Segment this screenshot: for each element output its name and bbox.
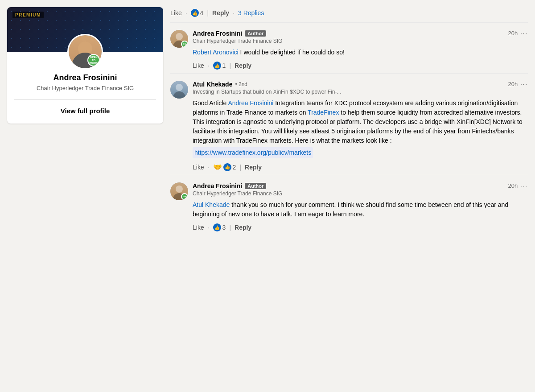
comment-1-time: 20h bbox=[508, 30, 518, 37]
like-count-container: 👍 4 bbox=[191, 9, 204, 17]
comment-1-more-button[interactable]: ··· bbox=[520, 30, 528, 37]
comment-2-thumb-icon: 👍 bbox=[223, 163, 231, 171]
comment-1: OW Andrea Frosinini Author 20h ··· Chair… bbox=[170, 22, 528, 73]
opentowork-badge: OPEN TO WORK bbox=[87, 54, 100, 66]
opentowork-small-badge-3: OW bbox=[181, 193, 188, 200]
comment-2-avatar-image bbox=[170, 81, 188, 99]
comment-3-reply-button[interactable]: Reply bbox=[235, 224, 251, 231]
comment-3-body: Andrea Frosinini Author 20h ··· Chair Hy… bbox=[193, 182, 528, 231]
top-action-bar: Like · 👍 4 | Reply · 3 Replies bbox=[170, 7, 528, 22]
comment-3: OW Andrea Frosinini Author 20h ··· Chair… bbox=[170, 175, 528, 235]
dot-separator-1: · bbox=[185, 9, 187, 17]
comment-1-reply-button[interactable]: Reply bbox=[235, 62, 251, 69]
comment-2: Atul Khekade • 2nd 20h ··· Investing in … bbox=[170, 73, 528, 175]
comment-2-avatar bbox=[170, 81, 188, 99]
comment-2-emoji-icon: 🤝 bbox=[213, 163, 222, 171]
comment-1-like-button[interactable]: Like bbox=[193, 62, 204, 69]
comment-1-author-name: Andrea Frosinini bbox=[193, 30, 242, 37]
comment-2-actions: Like · 🤝 👍 2 | Reply bbox=[193, 163, 528, 171]
comment-2-author-row: Atul Khekade • 2nd bbox=[193, 81, 247, 88]
comment-2-url-link[interactable]: https://www.tradefinex.org/publicv/marke… bbox=[193, 147, 313, 158]
opentowork-small-badge: OW bbox=[181, 41, 188, 48]
comment-1-author-row: Andrea Frosinini Author bbox=[193, 30, 266, 37]
reply-action[interactable]: Reply bbox=[212, 9, 229, 17]
comment-3-author-name: Andrea Frosinini bbox=[193, 182, 242, 190]
comments-section: Like · 👍 4 | Reply · 3 Replies OW Andrea… bbox=[170, 7, 528, 385]
comment-2-separator: | bbox=[239, 164, 241, 171]
comment-2-tradefinex-link[interactable]: TradeFinex bbox=[308, 109, 339, 116]
comment-3-mention-link[interactable]: Atul Khekade bbox=[193, 201, 230, 208]
avatar-head-3 bbox=[176, 186, 183, 193]
comment-3-dot-1: · bbox=[208, 224, 210, 231]
comment-3-avatar: OW bbox=[170, 182, 188, 200]
comment-1-subtitle: Chair Hyperledger Trade Finance SIG bbox=[193, 38, 528, 44]
comment-3-header: Andrea Frosinini Author 20h ··· bbox=[193, 182, 528, 190]
dot-separator-2: | bbox=[207, 9, 209, 17]
comment-3-meta: 20h ··· bbox=[508, 182, 528, 189]
like-action[interactable]: Like bbox=[170, 9, 182, 17]
comment-1-actions: Like · 👍 1 | Reply bbox=[193, 62, 528, 70]
comment-1-meta: 20h ··· bbox=[508, 30, 528, 37]
comment-2-like-button[interactable]: Like bbox=[193, 164, 204, 171]
comment-2-more-button[interactable]: ··· bbox=[520, 81, 528, 87]
comment-3-thumb-icon: 👍 bbox=[213, 223, 221, 231]
comment-3-like-button[interactable]: Like bbox=[193, 224, 204, 231]
comment-1-avatar: OW bbox=[170, 30, 188, 48]
profile-name: Andrea Frosinini bbox=[14, 73, 156, 83]
comment-3-subtitle: Chair Hyperledger Trade Finance SIG bbox=[193, 190, 528, 197]
comment-2-connection-badge: • 2nd bbox=[235, 81, 247, 87]
comment-2-dot-1: · bbox=[208, 164, 210, 171]
comment-1-thumb-icon: 👍 bbox=[213, 62, 221, 70]
comment-3-like-count: 3 bbox=[222, 224, 226, 231]
comment-2-like-count-container: 🤝 👍 2 bbox=[213, 163, 236, 171]
dot-separator-3: · bbox=[233, 9, 235, 17]
comment-2-header: Atul Khekade • 2nd 20h ··· bbox=[193, 81, 528, 88]
comment-3-text: Atul Khekade thank you so much for your … bbox=[193, 200, 528, 219]
like-count: 4 bbox=[200, 9, 204, 17]
comment-2-text-start: Good Article bbox=[193, 99, 228, 107]
comment-2-reply-button[interactable]: Reply bbox=[245, 164, 262, 171]
comment-2-meta: 20h ··· bbox=[508, 81, 528, 87]
avatar-body-2 bbox=[173, 91, 185, 99]
replies-count[interactable]: 3 Replies bbox=[238, 9, 264, 17]
comment-3-author-badge: Author bbox=[245, 183, 266, 189]
comment-1-header: Andrea Frosinini Author 20h ··· bbox=[193, 30, 528, 37]
comment-1-mention-link[interactable]: Robert Aronovici bbox=[193, 49, 239, 56]
comment-3-separator: | bbox=[229, 224, 231, 231]
comment-1-author-badge: Author bbox=[245, 30, 266, 37]
comment-1-like-count: 1 bbox=[222, 62, 226, 69]
comment-2-author-name: Atul Khekade bbox=[193, 81, 232, 88]
profile-title: Chair Hyperledger Trade Finance SIG bbox=[14, 84, 156, 92]
comment-3-text-content: thank you so much for your comment. I th… bbox=[193, 201, 508, 218]
comment-1-dot-1: · bbox=[208, 62, 210, 69]
comment-2-like-count: 2 bbox=[233, 164, 236, 171]
avatar-container: OPEN TO WORK bbox=[7, 34, 163, 73]
comment-1-separator: | bbox=[229, 62, 231, 69]
view-profile-button[interactable]: View full profile bbox=[61, 105, 110, 116]
profile-info: Andrea Frosinini Chair Hyperledger Trade… bbox=[7, 73, 163, 124]
comment-1-like-count-container: 👍 1 bbox=[213, 62, 226, 70]
comment-1-body: Andrea Frosinini Author 20h ··· Chair Hy… bbox=[193, 30, 528, 70]
comment-3-more-button[interactable]: ··· bbox=[520, 182, 528, 189]
comment-2-time: 20h bbox=[508, 81, 518, 87]
comment-2-text: Good Article Andrea Frosinini Integratio… bbox=[193, 99, 528, 158]
premium-badge: PREMIUM bbox=[12, 12, 44, 18]
comment-3-actions: Like · 👍 3 | Reply bbox=[193, 223, 528, 231]
comment-3-author-row: Andrea Frosinini Author bbox=[193, 182, 266, 190]
avatar: OPEN TO WORK bbox=[67, 34, 103, 70]
comment-1-text: Robert Aronovici I would be delighted if… bbox=[193, 48, 528, 57]
avatar-head-2 bbox=[176, 84, 183, 91]
avatar-head bbox=[176, 33, 183, 40]
comment-2-body: Atul Khekade • 2nd 20h ··· Investing in … bbox=[193, 81, 528, 171]
comment-1-text-content: I would be delighted if he could do so! bbox=[240, 49, 345, 56]
profile-card: PREMIUM OPEN TO WORK Andrea Frosinini Ch… bbox=[7, 7, 163, 124]
comment-2-mention-link[interactable]: Andrea Frosinini bbox=[228, 99, 273, 107]
divider bbox=[14, 99, 156, 100]
thumb-up-icon: 👍 bbox=[191, 9, 199, 17]
comment-3-time: 20h bbox=[508, 182, 518, 189]
comment-3-like-count-container: 👍 3 bbox=[213, 223, 226, 231]
comment-2-subtitle: Investing in Startups that build on XinF… bbox=[193, 89, 528, 95]
